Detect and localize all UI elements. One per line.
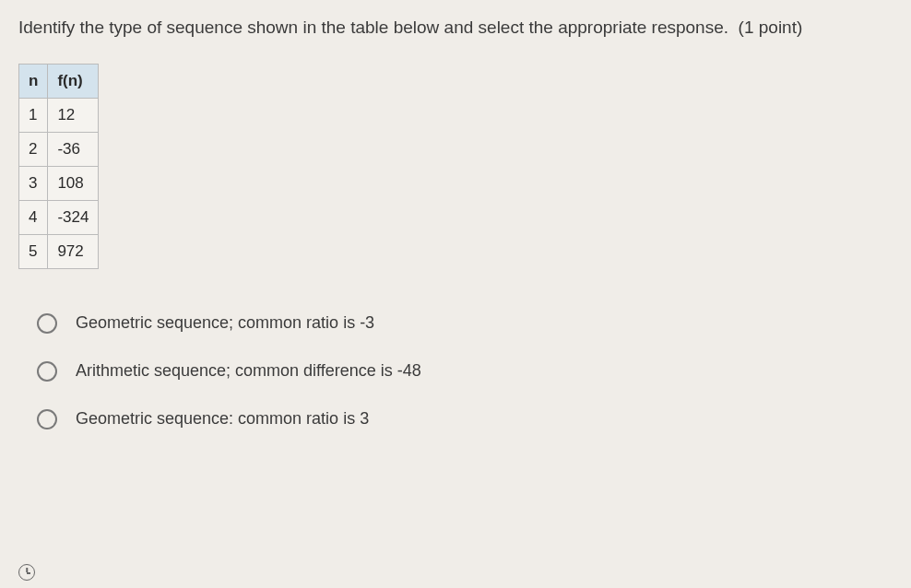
radio-icon [37, 313, 57, 334]
table-row: 4 -324 [19, 200, 99, 234]
radio-icon [37, 409, 57, 429]
answer-options: Geometric sequence; common ratio is -3 A… [18, 313, 893, 429]
option-arithmetic-neg48[interactable]: Arithmetic sequence; common difference i… [37, 361, 893, 382]
sequence-table: n f(n) 1 12 2 -36 3 108 4 -324 5 972 [18, 64, 99, 269]
cell-fn: 12 [48, 98, 99, 132]
cell-n: 3 [19, 166, 48, 200]
radio-icon [37, 361, 57, 382]
cell-n: 1 [19, 98, 48, 132]
cell-n: 4 [19, 200, 48, 234]
option-geometric-3[interactable]: Geometric sequence: common ratio is 3 [37, 409, 893, 429]
table-row: 3 108 [19, 166, 99, 200]
option-geometric-neg3[interactable]: Geometric sequence; common ratio is -3 [37, 313, 893, 334]
option-label: Geometric sequence; common ratio is -3 [76, 313, 374, 333]
table-row: 2 -36 [19, 132, 99, 166]
question-prompt: Identify the type of sequence shown in t… [18, 15, 893, 41]
points-label: (1 point) [739, 18, 803, 37]
table-header-fn: f(n) [48, 64, 99, 98]
option-label: Arithmetic sequence; common difference i… [76, 361, 421, 381]
cell-fn: 972 [48, 234, 99, 268]
cell-fn: -36 [48, 132, 99, 166]
table-header-n: n [19, 64, 48, 98]
table-row: 1 12 [19, 98, 99, 132]
cell-n: 5 [19, 234, 48, 268]
cell-fn: 108 [48, 166, 99, 200]
clock-icon[interactable] [18, 564, 35, 581]
cell-fn: -324 [48, 200, 99, 234]
option-label: Geometric sequence: common ratio is 3 [76, 409, 369, 429]
table-row: 5 972 [19, 234, 99, 268]
table-header-row: n f(n) [19, 64, 99, 98]
cell-n: 2 [19, 132, 48, 166]
question-text: Identify the type of sequence shown in t… [18, 18, 728, 37]
